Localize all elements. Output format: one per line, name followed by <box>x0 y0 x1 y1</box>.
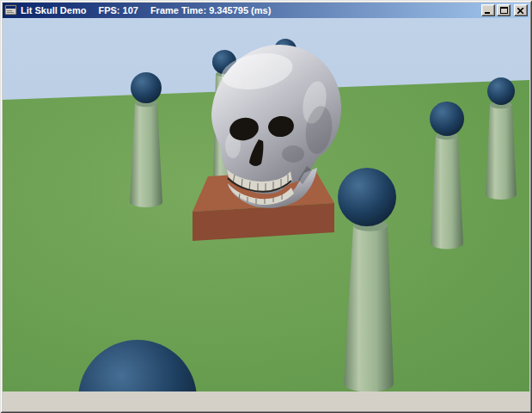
minimize-button[interactable] <box>481 4 495 16</box>
frame-time-counter: Frame Time: 9.345795 (ms) <box>150 3 271 18</box>
close-button[interactable] <box>514 4 528 16</box>
column-far-right <box>486 77 517 200</box>
3d-viewport[interactable] <box>3 18 529 391</box>
app-window: Lit Skull Demo FPS: 107 Frame Time: 9.34… <box>0 0 532 413</box>
sphere-foreground <box>338 168 396 226</box>
maximize-button[interactable] <box>497 4 511 16</box>
minimize-icon <box>485 8 492 14</box>
maximize-icon <box>500 7 508 14</box>
close-icon <box>517 8 524 14</box>
column-left <box>130 72 162 207</box>
sphere-far-right <box>487 77 515 105</box>
fps-counter: FPS: 107 <box>98 3 138 18</box>
titlebar[interactable]: Lit Skull Demo FPS: 107 Frame Time: 9.34… <box>3 3 529 18</box>
sphere-left <box>131 72 162 103</box>
window-title: Lit Skull Demo <box>21 3 86 18</box>
sphere-mid-right <box>430 102 464 136</box>
scene-canvas <box>3 18 529 391</box>
app-icon[interactable] <box>4 3 18 17</box>
skull-shadow <box>282 145 304 163</box>
window-controls <box>481 4 528 16</box>
column-mid-right <box>430 102 464 250</box>
window-bottom-area <box>3 391 529 410</box>
